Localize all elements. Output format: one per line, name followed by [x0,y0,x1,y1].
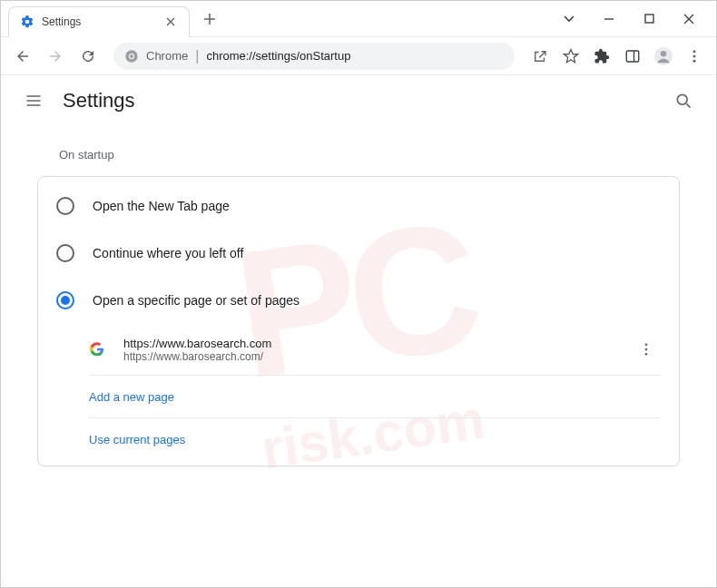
omnibox[interactable]: Chrome | chrome://settings/onStartup [113,43,515,70]
content: PC risk.com Settings On startup Open the… [1,75,716,587]
new-tab-button[interactable] [197,6,222,32]
share-icon[interactable] [525,42,555,71]
radio-icon [56,244,74,262]
startup-card: Open the New Tab page Continue where you… [37,176,680,466]
svg-point-7 [693,50,696,53]
more-vert-icon[interactable] [632,335,661,364]
titlebar: Settings [1,1,716,37]
radio-specific-pages[interactable]: Open a specific page or set of pages [38,277,679,324]
radio-label: Open a specific page or set of pages [93,293,300,308]
section-title: On startup [59,148,680,162]
svg-point-8 [693,54,696,57]
extensions-icon[interactable] [587,42,616,71]
svg-point-11 [645,343,648,346]
omnibox-prefix: Chrome [146,49,188,63]
gear-icon [20,15,34,29]
use-current-link[interactable]: Use current pages [89,433,185,446]
page-title: Settings [63,89,135,113]
add-page-row[interactable]: Add a new page [89,376,661,418]
svg-rect-4 [626,51,639,62]
main: On startup Open the New Tab page Continu… [1,148,716,466]
maximize-button[interactable] [640,10,658,28]
omnibox-url: chrome://settings/onStartup [206,49,350,63]
svg-point-13 [645,353,648,356]
reload-button[interactable] [74,42,103,71]
startup-page-row: https://www.barosearch.com https://www.b… [89,324,661,376]
radio-label: Continue where you left off [93,246,243,260]
chrome-product-icon [124,49,139,64]
forward-button[interactable] [41,42,70,71]
google-favicon-icon [89,341,105,358]
toolbar: Chrome | chrome://settings/onStartup [1,37,716,75]
radio-icon [56,197,74,215]
omnibox-divider: | [195,48,199,64]
radio-new-tab[interactable]: Open the New Tab page [38,182,679,230]
svg-point-12 [645,348,648,351]
close-button[interactable] [680,10,698,28]
profile-icon[interactable] [649,42,678,71]
use-current-row[interactable]: Use current pages [89,418,661,460]
browser-tab[interactable]: Settings [8,6,190,37]
radio-icon [56,291,74,309]
tab-title: Settings [42,15,156,28]
svg-point-9 [693,59,696,62]
back-button[interactable] [8,42,37,71]
svg-point-10 [677,94,687,104]
radio-continue[interactable]: Continue where you left off [38,230,679,277]
svg-rect-0 [645,15,653,23]
window-tab-down-icon[interactable] [560,10,578,28]
window-controls [560,10,716,28]
startup-page-url: https://www.barosearch.com/ [123,350,632,363]
bookmark-icon[interactable] [556,42,585,71]
close-icon[interactable] [163,15,178,29]
menu-icon[interactable] [15,83,52,119]
startup-pages-list: https://www.barosearch.com https://www.b… [89,324,661,460]
settings-appbar: Settings [1,75,716,126]
startup-page-title: https://www.barosearch.com [123,337,632,350]
radio-label: Open the New Tab page [93,199,230,213]
add-page-link[interactable]: Add a new page [89,390,174,404]
svg-point-3 [130,54,133,58]
more-icon[interactable] [680,42,709,71]
minimize-button[interactable] [600,10,618,28]
svg-point-6 [661,51,666,56]
search-icon[interactable] [665,83,702,119]
side-panel-icon[interactable] [618,42,647,71]
